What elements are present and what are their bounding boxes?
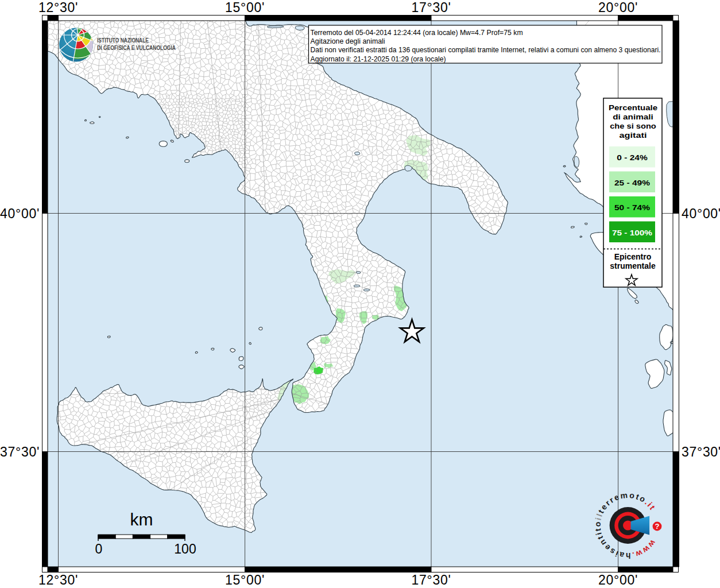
svg-text:40°00': 40°00' — [0, 206, 40, 221]
svg-text:km: km — [130, 510, 153, 529]
svg-text:che si sono: che si sono — [610, 122, 656, 130]
svg-text:100: 100 — [174, 541, 196, 556]
svg-text:12°30': 12°30' — [38, 0, 78, 15]
svg-text:25 - 49%: 25 - 49% — [614, 179, 651, 187]
svg-text:17°30': 17°30' — [412, 572, 451, 587]
svg-text:di animali: di animali — [613, 113, 653, 121]
svg-text:20°00': 20°00' — [598, 0, 638, 15]
svg-text:Agitazione degli animali: Agitazione degli animali — [311, 37, 385, 45]
svg-text:0: 0 — [95, 541, 102, 556]
svg-text:strumentale: strumentale — [610, 261, 656, 270]
svg-text:50 - 74%: 50 - 74% — [614, 203, 651, 212]
svg-text:40°00': 40°00' — [682, 206, 720, 221]
svg-text:17°30': 17°30' — [412, 0, 451, 15]
svg-text:Aggiornato il: 21-12-2025 01:2: Aggiornato il: 21-12-2025 01:29 (ora loc… — [311, 55, 446, 63]
svg-text:12°30': 12°30' — [38, 572, 78, 587]
svg-text:15°00': 15°00' — [225, 0, 265, 15]
svg-text:20°00': 20°00' — [598, 572, 638, 587]
svg-text:agitati: agitati — [620, 131, 647, 140]
svg-text:Epicentro: Epicentro — [614, 252, 652, 261]
svg-text:Dati non verificati estratti d: Dati non verificati estratti da 136 ques… — [311, 45, 661, 54]
svg-text:0 - 24%: 0 - 24% — [617, 153, 648, 162]
svg-text:Percentuale: Percentuale — [609, 103, 657, 112]
svg-text:37°30': 37°30' — [0, 444, 40, 459]
svg-text:Terremoto del 05-04-2014 12:24: Terremoto del 05-04-2014 12:24:44 (ora l… — [311, 28, 523, 37]
svg-text:37°30': 37°30' — [682, 444, 720, 459]
svg-text:75 - 100%: 75 - 100% — [612, 229, 653, 237]
svg-text:?: ? — [655, 522, 660, 531]
svg-text:DI GEOFISICA E VULCANOLOGIA: DI GEOFISICA E VULCANOLOGIA — [97, 44, 176, 52]
svg-text:15°00': 15°00' — [225, 572, 265, 587]
